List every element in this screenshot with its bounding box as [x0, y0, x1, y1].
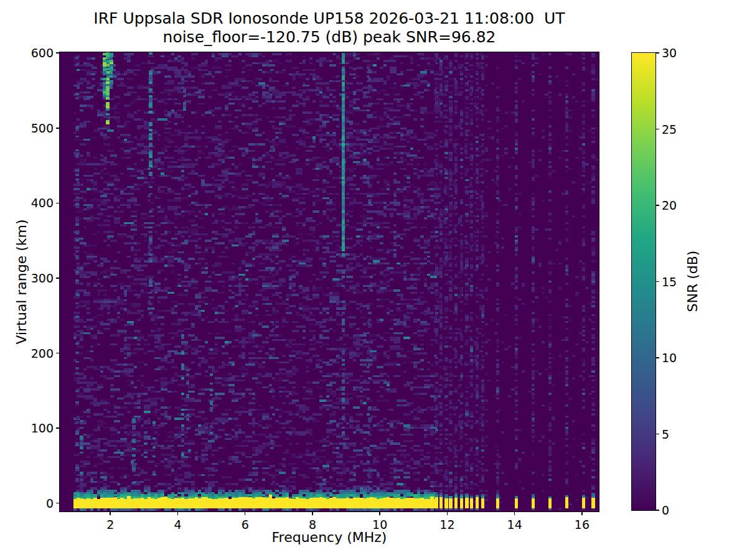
- y-tick-mark: [56, 427, 60, 429]
- colorbar-tick-label: 10: [662, 351, 687, 365]
- y-tick-label: 600: [21, 46, 54, 60]
- colorbar-tick-label: 0: [662, 503, 687, 517]
- x-tick-mark: [447, 511, 448, 515]
- x-tick-label: 14: [493, 518, 537, 531]
- x-tick-mark: [379, 511, 380, 515]
- x-tick-label: 6: [223, 518, 267, 531]
- y-tick-label: 300: [21, 271, 54, 285]
- chart-subtitle: noise_floor=-120.75 (dB) peak SNR=96.82: [60, 28, 599, 46]
- x-tick-label: 10: [358, 518, 402, 531]
- y-tick-label: 100: [21, 421, 54, 435]
- x-tick-mark: [581, 511, 583, 515]
- y-tick-mark: [56, 203, 60, 204]
- x-axis-label: Frequency (MHz): [60, 530, 599, 545]
- colorbar-tick-mark: [655, 281, 659, 282]
- colorbar-gradient-canvas: [631, 52, 656, 511]
- colorbar-tick-mark: [655, 52, 659, 54]
- colorbar-label: SNR (dB): [685, 251, 700, 312]
- chart-title: IRF Uppsala SDR Ionosonde UP158 2026-03-…: [60, 9, 599, 27]
- colorbar-tick-label: 20: [662, 198, 687, 212]
- y-tick-label: 200: [21, 347, 54, 360]
- x-tick-mark: [177, 511, 179, 515]
- y-tick-mark: [56, 503, 60, 504]
- colorbar-tick-mark: [655, 357, 659, 358]
- x-tick-label: 8: [291, 518, 334, 531]
- x-tick-label: 4: [156, 518, 199, 531]
- x-tick-mark: [312, 511, 313, 515]
- y-tick-mark: [56, 128, 60, 129]
- colorbar-tick-label: 15: [662, 275, 687, 289]
- x-tick-mark: [110, 511, 111, 515]
- x-tick-label: 2: [88, 518, 132, 531]
- y-tick-label: 400: [21, 196, 54, 210]
- colorbar-tick-mark: [655, 510, 659, 511]
- y-tick-label: 0: [21, 497, 54, 510]
- y-tick-mark: [56, 278, 60, 279]
- colorbar-tick-mark: [655, 129, 659, 130]
- y-tick-mark: [56, 353, 60, 354]
- colorbar-tick-mark: [655, 205, 659, 206]
- x-tick-mark: [245, 511, 246, 515]
- x-tick-mark: [514, 511, 515, 515]
- y-tick-label: 500: [21, 121, 54, 135]
- x-tick-label: 16: [560, 518, 604, 531]
- colorbar-tick-label: 5: [662, 427, 687, 441]
- colorbar-tick-label: 30: [662, 46, 687, 60]
- x-tick-label: 12: [425, 518, 469, 531]
- colorbar-tick-label: 25: [662, 123, 687, 136]
- ionogram-figure: IRF Uppsala SDR Ionosonde UP158 2026-03-…: [0, 0, 747, 560]
- colorbar-tick-mark: [655, 434, 659, 435]
- ionogram-heatmap-canvas: [59, 52, 599, 512]
- y-tick-mark: [56, 52, 60, 54]
